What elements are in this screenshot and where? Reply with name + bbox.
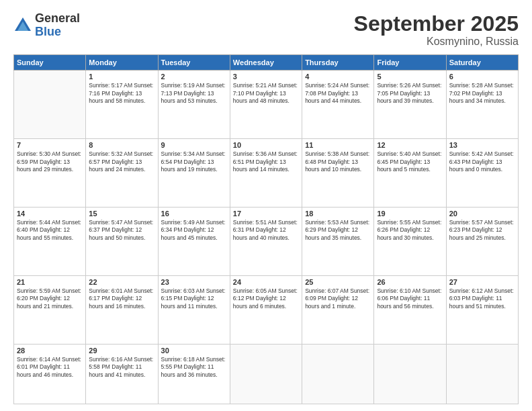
- logo: General Blue: [13, 12, 80, 39]
- month-title: September 2025: [354, 12, 519, 36]
- day-info: Sunrise: 5:19 AM Sunset: 7:13 PM Dayligh…: [161, 82, 227, 105]
- day-info: Sunrise: 6:03 AM Sunset: 6:15 PM Dayligh…: [161, 287, 227, 310]
- calendar-cell: [446, 344, 518, 404]
- calendar-week-1: 1Sunrise: 5:17 AM Sunset: 7:16 PM Daylig…: [14, 71, 519, 139]
- day-info: Sunrise: 6:16 AM Sunset: 5:58 PM Dayligh…: [89, 356, 154, 379]
- day-number: 7: [17, 141, 83, 149]
- calendar-cell: 16Sunrise: 5:49 AM Sunset: 6:34 PM Dayli…: [158, 208, 230, 276]
- day-info: Sunrise: 5:55 AM Sunset: 6:26 PM Dayligh…: [377, 219, 443, 242]
- calendar-cell: 8Sunrise: 5:32 AM Sunset: 6:57 PM Daylig…: [86, 139, 158, 208]
- day-info: Sunrise: 5:40 AM Sunset: 6:45 PM Dayligh…: [377, 150, 443, 173]
- logo-general: General: [35, 12, 80, 26]
- calendar-cell: 15Sunrise: 5:47 AM Sunset: 6:37 PM Dayli…: [86, 208, 158, 276]
- day-number: 23: [161, 278, 227, 286]
- col-header-thursday: Thursday: [302, 55, 374, 71]
- calendar-cell: [14, 71, 86, 139]
- col-header-monday: Monday: [86, 55, 158, 71]
- calendar-cell: 17Sunrise: 5:51 AM Sunset: 6:31 PM Dayli…: [230, 208, 302, 276]
- calendar-cell: 23Sunrise: 6:03 AM Sunset: 6:15 PM Dayli…: [158, 275, 230, 344]
- day-info: Sunrise: 5:59 AM Sunset: 6:20 PM Dayligh…: [17, 287, 83, 310]
- day-number: 25: [305, 278, 371, 286]
- calendar-cell: 7Sunrise: 5:30 AM Sunset: 6:59 PM Daylig…: [14, 139, 86, 208]
- calendar-cell: 26Sunrise: 6:10 AM Sunset: 6:06 PM Dayli…: [374, 275, 446, 344]
- day-number: 18: [305, 210, 371, 218]
- calendar-cell: 14Sunrise: 5:44 AM Sunset: 6:40 PM Dayli…: [14, 208, 86, 276]
- calendar-cell: 19Sunrise: 5:55 AM Sunset: 6:26 PM Dayli…: [374, 208, 446, 276]
- day-info: Sunrise: 5:32 AM Sunset: 6:57 PM Dayligh…: [89, 150, 154, 173]
- calendar-cell: 28Sunrise: 6:14 AM Sunset: 6:01 PM Dayli…: [14, 344, 86, 404]
- calendar-cell: 30Sunrise: 6:18 AM Sunset: 5:55 PM Dayli…: [158, 344, 230, 404]
- day-number: 2: [161, 73, 227, 81]
- day-info: Sunrise: 5:34 AM Sunset: 6:54 PM Dayligh…: [161, 150, 227, 173]
- calendar-cell: 4Sunrise: 5:24 AM Sunset: 7:08 PM Daylig…: [302, 71, 374, 139]
- col-header-tuesday: Tuesday: [158, 55, 230, 71]
- day-number: 6: [449, 73, 515, 81]
- day-number: 3: [233, 73, 299, 81]
- calendar-cell: 3Sunrise: 5:21 AM Sunset: 7:10 PM Daylig…: [230, 71, 302, 139]
- calendar-week-2: 7Sunrise: 5:30 AM Sunset: 6:59 PM Daylig…: [14, 139, 519, 208]
- day-info: Sunrise: 5:51 AM Sunset: 6:31 PM Dayligh…: [233, 219, 299, 242]
- calendar-cell: 29Sunrise: 6:16 AM Sunset: 5:58 PM Dayli…: [86, 344, 158, 404]
- calendar-cell: 20Sunrise: 5:57 AM Sunset: 6:23 PM Dayli…: [446, 208, 518, 276]
- calendar-cell: 2Sunrise: 5:19 AM Sunset: 7:13 PM Daylig…: [158, 71, 230, 139]
- logo-blue: Blue: [35, 26, 80, 39]
- day-number: 1: [89, 73, 154, 81]
- location: Kosmynino, Russia: [354, 36, 519, 48]
- day-number: 12: [377, 141, 443, 149]
- calendar-cell: 24Sunrise: 6:05 AM Sunset: 6:12 PM Dayli…: [230, 275, 302, 344]
- day-number: 17: [233, 210, 299, 218]
- day-info: Sunrise: 6:10 AM Sunset: 6:06 PM Dayligh…: [377, 287, 443, 310]
- day-number: 21: [17, 278, 83, 286]
- calendar-cell: 18Sunrise: 5:53 AM Sunset: 6:29 PM Dayli…: [302, 208, 374, 276]
- day-info: Sunrise: 5:30 AM Sunset: 6:59 PM Dayligh…: [17, 150, 83, 173]
- day-number: 16: [161, 210, 227, 218]
- day-number: 8: [89, 141, 154, 149]
- day-info: Sunrise: 6:07 AM Sunset: 6:09 PM Dayligh…: [305, 287, 371, 310]
- calendar-cell: 9Sunrise: 5:34 AM Sunset: 6:54 PM Daylig…: [158, 139, 230, 208]
- calendar-table: SundayMondayTuesdayWednesdayThursdayFrid…: [13, 54, 519, 404]
- day-info: Sunrise: 5:38 AM Sunset: 6:48 PM Dayligh…: [305, 150, 371, 173]
- calendar-cell: 1Sunrise: 5:17 AM Sunset: 7:16 PM Daylig…: [86, 71, 158, 139]
- header: General Blue September 2025 Kosmynino, R…: [13, 12, 519, 48]
- day-number: 28: [17, 347, 83, 355]
- day-info: Sunrise: 6:18 AM Sunset: 5:55 PM Dayligh…: [161, 356, 227, 379]
- day-number: 29: [89, 347, 154, 355]
- day-number: 27: [449, 278, 515, 286]
- day-info: Sunrise: 5:49 AM Sunset: 6:34 PM Dayligh…: [161, 219, 227, 242]
- day-number: 24: [233, 278, 299, 286]
- calendar-cell: 21Sunrise: 5:59 AM Sunset: 6:20 PM Dayli…: [14, 275, 86, 344]
- day-info: Sunrise: 6:01 AM Sunset: 6:17 PM Dayligh…: [89, 287, 154, 310]
- title-block: September 2025 Kosmynino, Russia: [354, 12, 519, 48]
- day-number: 19: [377, 210, 443, 218]
- calendar-cell: [374, 344, 446, 404]
- col-header-wednesday: Wednesday: [230, 55, 302, 71]
- calendar-cell: 22Sunrise: 6:01 AM Sunset: 6:17 PM Dayli…: [86, 275, 158, 344]
- day-number: 26: [377, 278, 443, 286]
- calendar-header-row: SundayMondayTuesdayWednesdayThursdayFrid…: [14, 55, 519, 71]
- day-info: Sunrise: 5:57 AM Sunset: 6:23 PM Dayligh…: [449, 219, 515, 242]
- day-info: Sunrise: 5:26 AM Sunset: 7:05 PM Dayligh…: [377, 82, 443, 105]
- day-info: Sunrise: 5:36 AM Sunset: 6:51 PM Dayligh…: [233, 150, 299, 173]
- day-number: 15: [89, 210, 154, 218]
- day-number: 13: [449, 141, 515, 149]
- col-header-saturday: Saturday: [446, 55, 518, 71]
- day-info: Sunrise: 5:44 AM Sunset: 6:40 PM Dayligh…: [17, 219, 83, 242]
- logo-icon: [13, 16, 32, 35]
- calendar-cell: 12Sunrise: 5:40 AM Sunset: 6:45 PM Dayli…: [374, 139, 446, 208]
- calendar-cell: 6Sunrise: 5:28 AM Sunset: 7:02 PM Daylig…: [446, 71, 518, 139]
- calendar-cell: [230, 344, 302, 404]
- calendar-week-3: 14Sunrise: 5:44 AM Sunset: 6:40 PM Dayli…: [14, 208, 519, 276]
- day-info: Sunrise: 5:53 AM Sunset: 6:29 PM Dayligh…: [305, 219, 371, 242]
- calendar-week-4: 21Sunrise: 5:59 AM Sunset: 6:20 PM Dayli…: [14, 275, 519, 344]
- day-info: Sunrise: 5:24 AM Sunset: 7:08 PM Dayligh…: [305, 82, 371, 105]
- day-info: Sunrise: 5:21 AM Sunset: 7:10 PM Dayligh…: [233, 82, 299, 105]
- day-info: Sunrise: 5:28 AM Sunset: 7:02 PM Dayligh…: [449, 82, 515, 105]
- day-number: 11: [305, 141, 371, 149]
- calendar-cell: 5Sunrise: 5:26 AM Sunset: 7:05 PM Daylig…: [374, 71, 446, 139]
- calendar-cell: 13Sunrise: 5:42 AM Sunset: 6:43 PM Dayli…: [446, 139, 518, 208]
- calendar-cell: [302, 344, 374, 404]
- day-info: Sunrise: 6:12 AM Sunset: 6:03 PM Dayligh…: [449, 287, 515, 310]
- day-number: 10: [233, 141, 299, 149]
- day-number: 14: [17, 210, 83, 218]
- logo-text: General Blue: [35, 12, 80, 39]
